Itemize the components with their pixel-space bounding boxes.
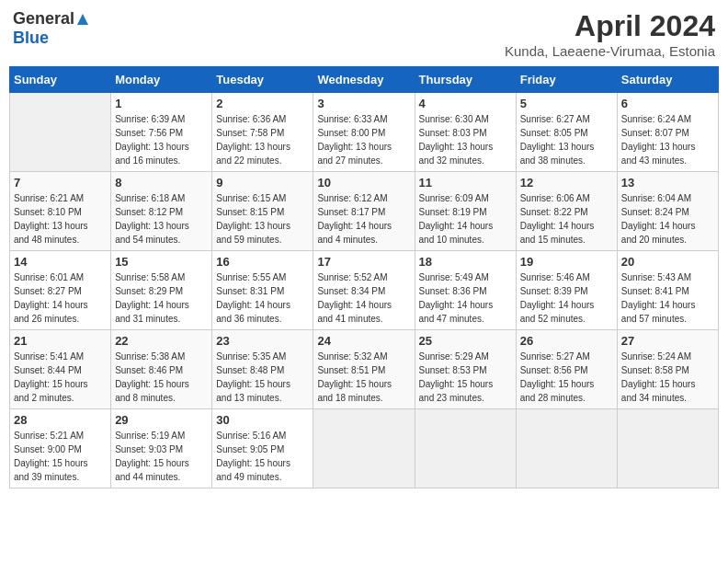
- day-info: Sunrise: 6:36 AM Sunset: 7:58 PM Dayligh…: [216, 112, 309, 167]
- day-info: Sunrise: 5:27 AM Sunset: 8:56 PM Dayligh…: [520, 350, 613, 405]
- day-number: 22: [115, 334, 208, 348]
- calendar-cell: 16Sunrise: 5:55 AM Sunset: 8:31 PM Dayli…: [212, 251, 313, 330]
- calendar-cell: 23Sunrise: 5:35 AM Sunset: 8:48 PM Dayli…: [212, 330, 313, 409]
- day-info: Sunrise: 6:01 AM Sunset: 8:27 PM Dayligh…: [14, 270, 107, 326]
- month-title: April 2024: [505, 9, 715, 43]
- day-info: Sunrise: 5:46 AM Sunset: 8:39 PM Dayligh…: [520, 270, 613, 326]
- day-info: Sunrise: 5:58 AM Sunset: 8:29 PM Dayligh…: [115, 270, 208, 326]
- day-number: 15: [115, 255, 208, 269]
- calendar-cell: 27Sunrise: 5:24 AM Sunset: 8:58 PM Dayli…: [617, 330, 718, 409]
- day-number: 13: [621, 176, 714, 190]
- calendar-cell: 29Sunrise: 5:19 AM Sunset: 9:03 PM Dayli…: [111, 409, 212, 488]
- calendar-cell: 21Sunrise: 5:41 AM Sunset: 8:44 PM Dayli…: [10, 330, 111, 409]
- calendar-cell: 28Sunrise: 5:21 AM Sunset: 9:00 PM Dayli…: [10, 409, 111, 488]
- day-info: Sunrise: 5:43 AM Sunset: 8:41 PM Dayligh…: [621, 270, 714, 326]
- day-number: 23: [216, 334, 309, 348]
- calendar-cell: [617, 409, 718, 488]
- day-info: Sunrise: 5:38 AM Sunset: 8:46 PM Dayligh…: [115, 350, 208, 405]
- calendar-cell: [10, 93, 111, 172]
- calendar-cell: 24Sunrise: 5:32 AM Sunset: 8:51 PM Dayli…: [313, 330, 415, 409]
- calendar-cell: [313, 409, 415, 488]
- calendar-cell: 19Sunrise: 5:46 AM Sunset: 8:39 PM Dayli…: [516, 251, 617, 330]
- day-number: 29: [115, 413, 208, 427]
- day-info: Sunrise: 5:49 AM Sunset: 8:36 PM Dayligh…: [419, 270, 512, 326]
- day-info: Sunrise: 5:55 AM Sunset: 8:31 PM Dayligh…: [216, 270, 309, 326]
- calendar-cell: [415, 409, 516, 488]
- day-number: 19: [520, 255, 613, 269]
- day-info: Sunrise: 6:39 AM Sunset: 7:56 PM Dayligh…: [115, 112, 208, 167]
- calendar-cell: 3Sunrise: 6:33 AM Sunset: 8:00 PM Daylig…: [313, 93, 415, 172]
- calendar-cell: 9Sunrise: 6:15 AM Sunset: 8:15 PM Daylig…: [212, 172, 313, 251]
- day-of-week-header: Wednesday: [313, 67, 415, 93]
- calendar-table: SundayMondayTuesdayWednesdayThursdayFrid…: [9, 66, 719, 488]
- day-info: Sunrise: 6:24 AM Sunset: 8:07 PM Dayligh…: [621, 112, 714, 167]
- day-number: 2: [216, 97, 309, 110]
- day-info: Sunrise: 5:19 AM Sunset: 9:03 PM Dayligh…: [115, 429, 208, 484]
- day-number: 14: [14, 255, 107, 269]
- day-number: 18: [419, 255, 512, 269]
- day-of-week-header: Saturday: [617, 67, 718, 93]
- calendar-cell: 5Sunrise: 6:27 AM Sunset: 8:05 PM Daylig…: [516, 93, 617, 172]
- calendar-cell: 20Sunrise: 5:43 AM Sunset: 8:41 PM Dayli…: [617, 251, 718, 330]
- logo-general: General: [13, 9, 74, 29]
- calendar-cell: 4Sunrise: 6:30 AM Sunset: 8:03 PM Daylig…: [415, 93, 516, 172]
- header: General Blue April 2024 Kunda, Laeaene-V…: [9, 9, 719, 59]
- day-number: 21: [14, 334, 107, 348]
- day-number: 3: [317, 97, 410, 110]
- title-area: April 2024 Kunda, Laeaene-Virumaa, Eston…: [505, 9, 715, 59]
- calendar-cell: 22Sunrise: 5:38 AM Sunset: 8:46 PM Dayli…: [111, 330, 212, 409]
- day-number: 5: [520, 97, 613, 110]
- calendar-body: 1Sunrise: 6:39 AM Sunset: 7:56 PM Daylig…: [10, 93, 719, 488]
- calendar-cell: 2Sunrise: 6:36 AM Sunset: 7:58 PM Daylig…: [212, 93, 313, 172]
- day-of-week-header: Tuesday: [212, 67, 313, 93]
- day-of-week-header: Thursday: [415, 67, 516, 93]
- calendar-cell: 15Sunrise: 5:58 AM Sunset: 8:29 PM Dayli…: [111, 251, 212, 330]
- calendar-cell: [516, 409, 617, 488]
- day-number: 25: [419, 334, 512, 348]
- calendar-week-row: 21Sunrise: 5:41 AM Sunset: 8:44 PM Dayli…: [10, 330, 719, 409]
- calendar-cell: 8Sunrise: 6:18 AM Sunset: 8:12 PM Daylig…: [111, 172, 212, 251]
- day-number: 26: [520, 334, 613, 348]
- day-info: Sunrise: 5:16 AM Sunset: 9:05 PM Dayligh…: [216, 429, 309, 484]
- calendar-cell: 6Sunrise: 6:24 AM Sunset: 8:07 PM Daylig…: [617, 93, 718, 172]
- day-info: Sunrise: 6:30 AM Sunset: 8:03 PM Dayligh…: [419, 112, 512, 167]
- calendar-cell: 13Sunrise: 6:04 AM Sunset: 8:24 PM Dayli…: [617, 172, 718, 251]
- day-number: 16: [216, 255, 309, 269]
- calendar-cell: 7Sunrise: 6:21 AM Sunset: 8:10 PM Daylig…: [10, 172, 111, 251]
- calendar-cell: 11Sunrise: 6:09 AM Sunset: 8:19 PM Dayli…: [415, 172, 516, 251]
- day-info: Sunrise: 6:12 AM Sunset: 8:17 PM Dayligh…: [317, 191, 410, 247]
- day-number: 27: [621, 334, 714, 348]
- day-number: 6: [621, 97, 714, 110]
- day-info: Sunrise: 6:21 AM Sunset: 8:10 PM Dayligh…: [14, 191, 107, 247]
- calendar-cell: 17Sunrise: 5:52 AM Sunset: 8:34 PM Dayli…: [313, 251, 415, 330]
- day-info: Sunrise: 6:06 AM Sunset: 8:22 PM Dayligh…: [520, 191, 613, 247]
- day-info: Sunrise: 5:29 AM Sunset: 8:53 PM Dayligh…: [419, 350, 512, 405]
- calendar-week-row: 7Sunrise: 6:21 AM Sunset: 8:10 PM Daylig…: [10, 172, 719, 251]
- location-title: Kunda, Laeaene-Virumaa, Estonia: [505, 43, 715, 59]
- day-info: Sunrise: 5:32 AM Sunset: 8:51 PM Dayligh…: [317, 350, 410, 405]
- day-info: Sunrise: 6:09 AM Sunset: 8:19 PM Dayligh…: [419, 191, 512, 247]
- day-info: Sunrise: 5:35 AM Sunset: 8:48 PM Dayligh…: [216, 350, 309, 405]
- day-of-week-header: Sunday: [10, 67, 111, 93]
- svg-marker-0: [77, 14, 88, 25]
- day-info: Sunrise: 6:27 AM Sunset: 8:05 PM Dayligh…: [520, 112, 613, 167]
- logo-arrow-icon: [75, 12, 90, 27]
- day-number: 8: [115, 176, 208, 190]
- day-number: 20: [621, 255, 714, 269]
- day-number: 9: [216, 176, 309, 190]
- calendar-cell: 14Sunrise: 6:01 AM Sunset: 8:27 PM Dayli…: [10, 251, 111, 330]
- logo-blue: Blue: [13, 29, 49, 48]
- day-info: Sunrise: 5:41 AM Sunset: 8:44 PM Dayligh…: [14, 350, 107, 405]
- day-info: Sunrise: 5:24 AM Sunset: 8:58 PM Dayligh…: [621, 350, 714, 405]
- day-number: 10: [317, 176, 410, 190]
- day-number: 1: [115, 97, 208, 110]
- logo: General Blue: [13, 9, 91, 48]
- day-info: Sunrise: 6:33 AM Sunset: 8:00 PM Dayligh…: [317, 112, 410, 167]
- day-number: 24: [317, 334, 410, 348]
- day-number: 30: [216, 413, 309, 427]
- day-info: Sunrise: 6:15 AM Sunset: 8:15 PM Dayligh…: [216, 191, 309, 247]
- calendar-cell: 26Sunrise: 5:27 AM Sunset: 8:56 PM Dayli…: [516, 330, 617, 409]
- calendar-cell: 30Sunrise: 5:16 AM Sunset: 9:05 PM Dayli…: [212, 409, 313, 488]
- day-number: 11: [419, 176, 512, 190]
- calendar-week-row: 14Sunrise: 6:01 AM Sunset: 8:27 PM Dayli…: [10, 251, 719, 330]
